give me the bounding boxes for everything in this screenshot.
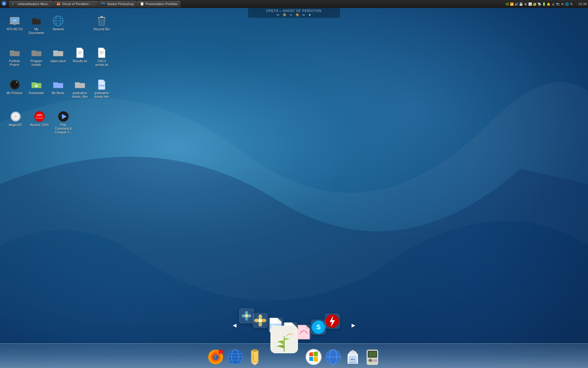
pencil-dock-icon (246, 348, 263, 366)
desktop-icon-mydocs[interactable]: My Documents (27, 14, 46, 36)
bottom-dock: ! (0, 337, 588, 368)
cascade-right-arrow[interactable]: ▶ (352, 322, 355, 328)
globe2-dock-icon (325, 348, 342, 366)
desktop-icon-grad-html[interactable]: HTM graduation tickets.htm (92, 78, 111, 100)
tray-icon-13[interactable]: ⚙ (560, 2, 564, 6)
magiciso-label: MagicISO (9, 123, 22, 127)
music-controls: ⏮ ⏪ ⏯ ⏩ ⏭ ⏹ (276, 13, 312, 17)
tray-icon-5[interactable]: 🖥 (523, 2, 528, 6)
alcohol-label: Alcohol 120% (30, 123, 49, 127)
cascade-item-1[interactable] (239, 308, 254, 324)
desktop-icon-cnc-play[interactable]: Play Command & Conquer 3... (53, 110, 74, 136)
desktop-icon-downloads[interactable]: Downloads (27, 78, 46, 100)
desktop-icon-music[interactable]: ♪ My Music (48, 78, 68, 100)
taskbar-clock: 22:36 (576, 2, 587, 6)
music-rewind[interactable]: ⏪ (282, 13, 287, 17)
dock-item-network-globe[interactable] (227, 348, 244, 366)
desktop-icon-programs[interactable]: Program Installs (27, 46, 46, 68)
tray-icon-4[interactable]: 💾 (519, 2, 523, 6)
tray-icon-11[interactable]: 🖨 (551, 2, 555, 6)
tray-icon-6[interactable]: 📊 (528, 2, 532, 6)
music-forward[interactable]: ⏩ (295, 13, 300, 17)
dock-item-cesium-main[interactable] (269, 326, 300, 356)
svg-text:♪: ♪ (58, 84, 59, 87)
svg-point-48 (258, 319, 262, 322)
tray-icon-3[interactable]: 🔊 (514, 2, 518, 6)
pictures-icon (9, 79, 20, 90)
pictures-label: My Pictures (6, 91, 22, 95)
dock-item-globe2[interactable] (325, 348, 342, 366)
music-player-bar: OPETH – GHOST OF PERDITION ⏮ ⏪ ⏯ ⏩ ⏭ ⏹ (248, 8, 340, 18)
svg-rect-85 (369, 359, 371, 362)
start-button[interactable]: ⊞ (1, 1, 8, 7)
cnc-play-icon (58, 111, 69, 122)
desktop-icon-alcohol[interactable]: 120% ALCOHOL Alcohol 120% (29, 110, 50, 136)
mydocs-label: My Documents (28, 28, 45, 35)
programs-label: Program Installs (28, 59, 45, 67)
dock-item-windows[interactable] (305, 348, 322, 366)
svg-point-32 (15, 116, 16, 117)
tray-icon-7[interactable]: 🔐 (533, 2, 537, 6)
tray-icon-9[interactable]: 🔋 (542, 2, 546, 6)
desktop-icon-cnc3[interactable]: CNC3 serials.txt (92, 46, 111, 68)
taskbar-apps: ♪ noheartbeats's Musi... 🦊 Ghost of Perd… (9, 1, 505, 7)
taskbar-app-music[interactable]: ♪ noheartbeats's Musi... (9, 1, 53, 7)
svg-text:!: ! (221, 351, 221, 354)
dock-item-milk[interactable]: MILK (344, 348, 361, 366)
cnc3-icon (96, 47, 107, 58)
tray-icon-2[interactable]: 📶 (510, 2, 514, 6)
desktop-icon-pictures[interactable]: My Pictures (5, 78, 24, 100)
desktop-icon-portfolio[interactable]: Portfolio Project (5, 46, 24, 68)
cascade-item-2[interactable] (253, 313, 268, 328)
tray-icon-8[interactable]: 📡 (537, 2, 541, 6)
music-folder-label: My Music (52, 91, 65, 95)
tray-icon-15[interactable]: 🔌 (569, 2, 574, 6)
downloads-icon (31, 79, 42, 90)
results-icon (74, 47, 85, 58)
tray-icon-1[interactable]: 🌿 (505, 2, 509, 6)
dock-item-pencil[interactable] (246, 348, 263, 366)
music-next[interactable]: ⏭ (302, 13, 306, 17)
desktop-icon-magiciso[interactable]: MagicISO (5, 110, 26, 136)
taskbar-app-browser[interactable]: 🦊 Ghost of Perdition – ... (54, 1, 98, 7)
desktop-icon-network[interactable]: Network (49, 14, 68, 36)
desktop-icon-objectdock[interactable]: object.dock (48, 46, 68, 68)
portfolio-folder-icon (9, 47, 20, 58)
svg-point-82 (374, 359, 377, 362)
cascade-item-7[interactable] (325, 313, 340, 329)
dock-item-gameboy[interactable] (364, 348, 381, 366)
network-label: Network (53, 28, 64, 31)
windows-dock-icon (305, 348, 322, 366)
tray-icons: 🌿 📶 🔊 💾 🖥 📊 🔐 📡 🔋 🔔 🖨 📷 ⚙ 🌐 🔌 (505, 2, 574, 6)
magiciso-icon (10, 111, 21, 122)
milk-dock-icon: MILK (344, 348, 361, 366)
music-prev[interactable]: ⏮ (276, 13, 280, 17)
alcohol-icon: 120% ALCOHOL (34, 111, 45, 122)
svg-rect-4 (9, 23, 20, 24)
taskbar-app-photoshop[interactable]: Ps Adobe Photoshop (99, 1, 137, 7)
dock-item-firefox[interactable]: ! (207, 348, 224, 366)
cascade-item-6[interactable]: S (311, 320, 326, 335)
mydocs-icon (31, 15, 42, 26)
desktop-icon-grad-files[interactable]: graduation tickets_files (70, 78, 90, 100)
desktop-icon-recycle[interactable]: Recycle Bin (92, 14, 111, 36)
taskbar-top: ⊞ ♪ noheartbeats's Musi... 🦊 Ghost of Pe… (0, 0, 588, 8)
network-globe-dock-icon (227, 348, 244, 366)
music-stop[interactable]: ⏹ (308, 13, 312, 17)
objectdock-icon (53, 47, 64, 58)
programs-icon (31, 47, 42, 58)
portfolio-label: Portfolio Project (6, 59, 23, 67)
grad-html-icon: HTM (96, 79, 107, 90)
cascade-left-arrow[interactable]: ◀ (233, 322, 236, 328)
tray-icon-14[interactable]: 🌐 (565, 2, 569, 6)
music-play-pause[interactable]: ⏯ (289, 13, 293, 17)
svg-text:⊞: ⊞ (3, 2, 5, 5)
grad-files-icon (74, 79, 85, 90)
taskbar-app-portfolio[interactable]: 📋 Presentation Portfolio (137, 1, 180, 7)
desktop-icon-xps[interactable]: XPS XPS M1710 (5, 14, 24, 36)
desktop-icon-results[interactable]: Results.txt (70, 46, 90, 68)
svg-text:120%: 120% (36, 114, 43, 117)
tray-icon-10[interactable]: 🔔 (546, 2, 551, 6)
photoshop-icon: Ps (102, 2, 106, 6)
tray-icon-12[interactable]: 📷 (556, 2, 560, 6)
